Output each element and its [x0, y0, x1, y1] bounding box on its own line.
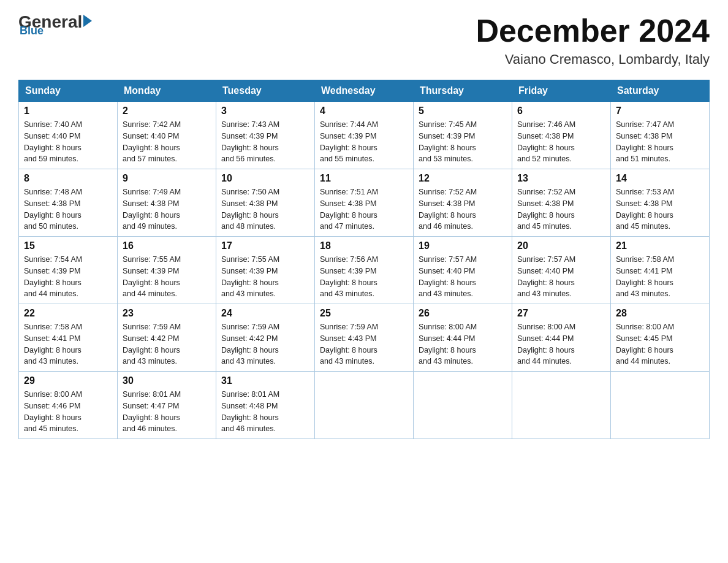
calendar-cell: 27Sunrise: 8:00 AMSunset: 4:44 PMDayligh… [512, 304, 611, 372]
calendar-week-row-1: 1Sunrise: 7:40 AMSunset: 4:40 PMDaylight… [19, 102, 710, 169]
day-info: Sunrise: 7:52 AMSunset: 4:38 PMDaylight:… [419, 186, 507, 232]
day-info: Sunrise: 7:42 AMSunset: 4:40 PMDaylight:… [123, 119, 211, 165]
calendar-cell: 12Sunrise: 7:52 AMSunset: 4:38 PMDayligh… [414, 169, 512, 237]
day-info: Sunrise: 7:59 AMSunset: 4:42 PMDaylight:… [123, 321, 211, 367]
day-info: Sunrise: 7:54 AMSunset: 4:39 PMDaylight:… [24, 254, 112, 300]
day-info: Sunrise: 7:59 AMSunset: 4:43 PMDaylight:… [320, 321, 408, 367]
day-number: 7 [616, 105, 704, 117]
calendar-cell: 3Sunrise: 7:43 AMSunset: 4:39 PMDaylight… [216, 102, 315, 169]
calendar-cell: 19Sunrise: 7:57 AMSunset: 4:40 PMDayligh… [414, 237, 512, 304]
calendar-cell: 11Sunrise: 7:51 AMSunset: 4:38 PMDayligh… [315, 169, 414, 237]
calendar-cell: 23Sunrise: 7:59 AMSunset: 4:42 PMDayligh… [118, 304, 216, 372]
day-info: Sunrise: 7:58 AMSunset: 4:41 PMDaylight:… [616, 254, 704, 300]
day-info: Sunrise: 7:55 AMSunset: 4:39 PMDaylight:… [221, 254, 309, 300]
calendar-header-friday: Friday [512, 80, 611, 102]
calendar-title: December 2024 [476, 12, 710, 49]
day-number: 26 [419, 308, 507, 319]
day-number: 14 [616, 173, 704, 184]
calendar-subtitle: Vaiano Cremasco, Lombardy, Italy [476, 52, 710, 67]
calendar-cell: 17Sunrise: 7:55 AMSunset: 4:39 PMDayligh… [216, 237, 315, 304]
calendar-cell: 1Sunrise: 7:40 AMSunset: 4:40 PMDaylight… [19, 102, 118, 169]
calendar-header-saturday: Saturday [611, 80, 710, 102]
calendar-cell [512, 372, 611, 439]
calendar-cell: 8Sunrise: 7:48 AMSunset: 4:38 PMDaylight… [19, 169, 118, 237]
day-number: 9 [123, 173, 211, 184]
day-number: 1 [24, 105, 112, 117]
calendar-cell: 28Sunrise: 8:00 AMSunset: 4:45 PMDayligh… [611, 304, 710, 372]
day-number: 15 [24, 240, 112, 251]
day-info: Sunrise: 8:00 AMSunset: 4:46 PMDaylight:… [24, 389, 112, 435]
calendar-cell: 21Sunrise: 7:58 AMSunset: 4:41 PMDayligh… [611, 237, 710, 304]
day-info: Sunrise: 8:01 AMSunset: 4:48 PMDaylight:… [221, 389, 309, 435]
calendar-cell: 2Sunrise: 7:42 AMSunset: 4:40 PMDaylight… [118, 102, 216, 169]
calendar-cell: 14Sunrise: 7:53 AMSunset: 4:38 PMDayligh… [611, 169, 710, 237]
calendar-header-wednesday: Wednesday [315, 80, 414, 102]
day-number: 22 [24, 308, 112, 319]
day-number: 13 [517, 173, 605, 184]
day-number: 23 [123, 308, 211, 319]
title-block: December 2024 Vaiano Cremasco, Lombardy,… [476, 12, 710, 67]
day-number: 16 [123, 240, 211, 251]
calendar-header-monday: Monday [118, 80, 216, 102]
day-number: 21 [616, 240, 704, 251]
calendar-header-sunday: Sunday [19, 80, 118, 102]
day-info: Sunrise: 7:52 AMSunset: 4:38 PMDaylight:… [517, 186, 605, 232]
day-info: Sunrise: 8:00 AMSunset: 4:44 PMDaylight:… [517, 321, 605, 367]
day-info: Sunrise: 7:45 AMSunset: 4:39 PMDaylight:… [419, 119, 507, 165]
day-number: 27 [517, 308, 605, 319]
day-info: Sunrise: 7:55 AMSunset: 4:39 PMDaylight:… [123, 254, 211, 300]
day-info: Sunrise: 7:46 AMSunset: 4:38 PMDaylight:… [517, 119, 605, 165]
day-info: Sunrise: 7:47 AMSunset: 4:38 PMDaylight:… [616, 119, 704, 165]
day-info: Sunrise: 7:57 AMSunset: 4:40 PMDaylight:… [419, 254, 507, 300]
day-number: 2 [123, 105, 211, 117]
day-number: 31 [221, 375, 309, 386]
day-number: 20 [517, 240, 605, 251]
day-info: Sunrise: 7:57 AMSunset: 4:40 PMDaylight:… [517, 254, 605, 300]
calendar-cell: 20Sunrise: 7:57 AMSunset: 4:40 PMDayligh… [512, 237, 611, 304]
calendar-cell: 29Sunrise: 8:00 AMSunset: 4:46 PMDayligh… [19, 372, 118, 439]
logo-blue-text: Blue [20, 25, 44, 37]
logo: General Blue [18, 12, 92, 37]
calendar-header-tuesday: Tuesday [216, 80, 315, 102]
calendar-cell: 25Sunrise: 7:59 AMSunset: 4:43 PMDayligh… [315, 304, 414, 372]
day-info: Sunrise: 7:58 AMSunset: 4:41 PMDaylight:… [24, 321, 112, 367]
calendar-week-row-5: 29Sunrise: 8:00 AMSunset: 4:46 PMDayligh… [19, 372, 710, 439]
calendar-cell: 24Sunrise: 7:59 AMSunset: 4:42 PMDayligh… [216, 304, 315, 372]
day-number: 28 [616, 308, 704, 319]
day-info: Sunrise: 7:50 AMSunset: 4:38 PMDaylight:… [221, 186, 309, 232]
logo-triangle-icon [83, 15, 92, 27]
calendar-week-row-3: 15Sunrise: 7:54 AMSunset: 4:39 PMDayligh… [19, 237, 710, 304]
calendar-cell: 31Sunrise: 8:01 AMSunset: 4:48 PMDayligh… [216, 372, 315, 439]
calendar-cell: 22Sunrise: 7:58 AMSunset: 4:41 PMDayligh… [19, 304, 118, 372]
calendar-cell: 26Sunrise: 8:00 AMSunset: 4:44 PMDayligh… [414, 304, 512, 372]
day-info: Sunrise: 7:43 AMSunset: 4:39 PMDaylight:… [221, 119, 309, 165]
day-info: Sunrise: 7:51 AMSunset: 4:38 PMDaylight:… [320, 186, 408, 232]
calendar-cell: 5Sunrise: 7:45 AMSunset: 4:39 PMDaylight… [414, 102, 512, 169]
day-number: 24 [221, 308, 309, 319]
calendar-cell: 15Sunrise: 7:54 AMSunset: 4:39 PMDayligh… [19, 237, 118, 304]
day-number: 18 [320, 240, 408, 251]
day-info: Sunrise: 7:40 AMSunset: 4:40 PMDaylight:… [24, 119, 112, 165]
day-number: 11 [320, 173, 408, 184]
day-number: 10 [221, 173, 309, 184]
calendar-cell: 16Sunrise: 7:55 AMSunset: 4:39 PMDayligh… [118, 237, 216, 304]
day-number: 17 [221, 240, 309, 251]
day-info: Sunrise: 8:00 AMSunset: 4:45 PMDaylight:… [616, 321, 704, 367]
day-number: 12 [419, 173, 507, 184]
day-info: Sunrise: 7:53 AMSunset: 4:38 PMDaylight:… [616, 186, 704, 232]
calendar-cell: 7Sunrise: 7:47 AMSunset: 4:38 PMDaylight… [611, 102, 710, 169]
calendar-cell: 10Sunrise: 7:50 AMSunset: 4:38 PMDayligh… [216, 169, 315, 237]
calendar-table: SundayMondayTuesdayWednesdayThursdayFrid… [18, 80, 710, 439]
calendar-cell: 13Sunrise: 7:52 AMSunset: 4:38 PMDayligh… [512, 169, 611, 237]
day-info: Sunrise: 7:56 AMSunset: 4:39 PMDaylight:… [320, 254, 408, 300]
calendar-header-row: SundayMondayTuesdayWednesdayThursdayFrid… [19, 80, 710, 102]
calendar-cell [315, 372, 414, 439]
calendar-week-row-4: 22Sunrise: 7:58 AMSunset: 4:41 PMDayligh… [19, 304, 710, 372]
calendar-header-thursday: Thursday [414, 80, 512, 102]
day-number: 30 [123, 375, 211, 386]
page-header: General Blue December 2024 Vaiano Cremas… [18, 12, 710, 67]
calendar-cell: 4Sunrise: 7:44 AMSunset: 4:39 PMDaylight… [315, 102, 414, 169]
day-info: Sunrise: 8:00 AMSunset: 4:44 PMDaylight:… [419, 321, 507, 367]
day-info: Sunrise: 7:44 AMSunset: 4:39 PMDaylight:… [320, 119, 408, 165]
day-number: 29 [24, 375, 112, 386]
